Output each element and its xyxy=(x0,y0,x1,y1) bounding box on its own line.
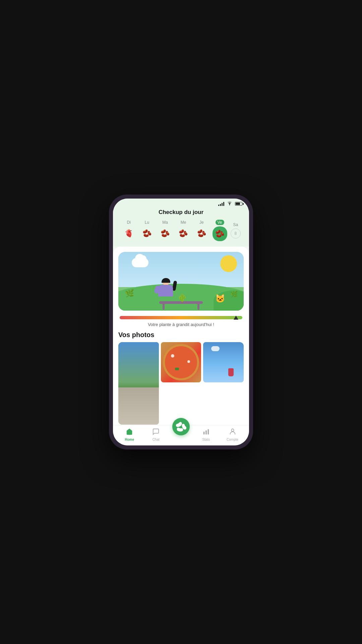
day-label-sa: Sa xyxy=(233,222,238,227)
nav-item-compte[interactable]: Compte xyxy=(223,428,243,441)
battery-icon xyxy=(235,202,242,206)
day-label-ma: Ma xyxy=(162,220,168,225)
svg-point-0 xyxy=(229,204,230,205)
status-bar xyxy=(113,199,249,208)
scene-plant: 🌵 xyxy=(178,294,187,303)
day-item-ve[interactable]: Ve 🫘 xyxy=(213,220,227,241)
progress-caption: Votre plante à grandit aujourd'hui ! xyxy=(120,322,242,327)
day-item-lu[interactable]: Lu 🫘 xyxy=(139,220,154,241)
svg-rect-2 xyxy=(205,430,207,434)
svg-rect-3 xyxy=(207,429,209,435)
scene-sun xyxy=(220,255,237,272)
progress-bar[interactable] xyxy=(120,316,242,319)
photo-pizza[interactable] xyxy=(161,342,201,382)
day-item-sa[interactable]: Sa 8 xyxy=(231,222,241,238)
chat-icon xyxy=(152,428,160,437)
nav-label-chat: Chat xyxy=(153,438,160,441)
photos-section: Vos photos xyxy=(118,331,244,425)
photo-sky[interactable] xyxy=(203,342,244,382)
scene-cat: 🐱 xyxy=(215,294,225,303)
nav-item-chat[interactable]: Chat xyxy=(146,428,166,441)
nav-item-home[interactable]: Home xyxy=(119,428,139,441)
day-label-me: Me xyxy=(181,220,186,225)
main-content: 🌿 🌿 xyxy=(113,247,249,425)
day-avatar-ve: 🫘 xyxy=(213,226,227,241)
day-label-je: Je xyxy=(199,220,204,225)
day-avatar-ma: 🫘 xyxy=(158,226,173,241)
day-avatar-je: 🫘 xyxy=(194,226,209,241)
scene-cloud xyxy=(132,258,148,267)
svg-point-4 xyxy=(231,429,234,431)
fab-icon: 🫘 xyxy=(175,421,187,432)
nav-item-stats[interactable]: Stats xyxy=(196,428,216,441)
day-label-ve: Ve xyxy=(216,220,224,225)
photos-title: Vos photos xyxy=(118,331,244,339)
fab-button[interactable]: 🫘 xyxy=(172,418,190,435)
nav-label-stats: Stats xyxy=(202,438,210,441)
photo-nature[interactable] xyxy=(118,342,159,425)
tree-right: 🌿 xyxy=(230,290,238,298)
day-item-ma[interactable]: Ma 🫘 xyxy=(158,220,173,241)
day-item-di[interactable]: Di 🫀 xyxy=(121,220,136,241)
signal-icon xyxy=(218,202,224,206)
stats-icon xyxy=(202,428,210,437)
progress-section: Votre plante à grandit aujourd'hui ! xyxy=(118,316,244,327)
day-avatar-lu: 🫘 xyxy=(139,226,154,241)
nav-label-home: Home xyxy=(125,438,134,441)
day-avatar-di: 🫀 xyxy=(121,226,136,241)
bottom-nav: Home Chat xyxy=(113,425,249,445)
home-icon xyxy=(126,428,133,437)
day-avatar-me: 🫘 xyxy=(176,226,191,241)
page-title: Checkup du jour xyxy=(120,209,242,216)
nav-label-compte: Compte xyxy=(227,438,238,441)
progress-marker xyxy=(234,316,238,320)
phone-screen: Checkup du jour Di 🫀 Lu 🫘 xyxy=(113,199,249,445)
day-label-di: Di xyxy=(127,220,130,225)
illustration-card: 🌿 🌿 xyxy=(118,252,244,311)
header-area: Checkup du jour Di 🫀 Lu 🫘 xyxy=(113,208,249,247)
day-label-lu: Lu xyxy=(145,220,149,225)
account-icon xyxy=(229,428,236,437)
wifi-icon xyxy=(227,201,232,206)
day-item-me[interactable]: Me 🫘 xyxy=(176,220,191,241)
day-number-sa: 8 xyxy=(231,228,241,238)
photos-grid xyxy=(118,342,244,425)
day-item-je[interactable]: Je 🫘 xyxy=(194,220,209,241)
week-days: Di 🫀 Lu 🫘 Ma 🫘 xyxy=(120,220,242,241)
tree-left: 🌿 xyxy=(125,289,134,298)
phone-shell: Checkup du jour Di 🫀 Lu 🫘 xyxy=(109,195,253,449)
svg-rect-1 xyxy=(203,432,205,434)
scene-character xyxy=(154,278,181,303)
